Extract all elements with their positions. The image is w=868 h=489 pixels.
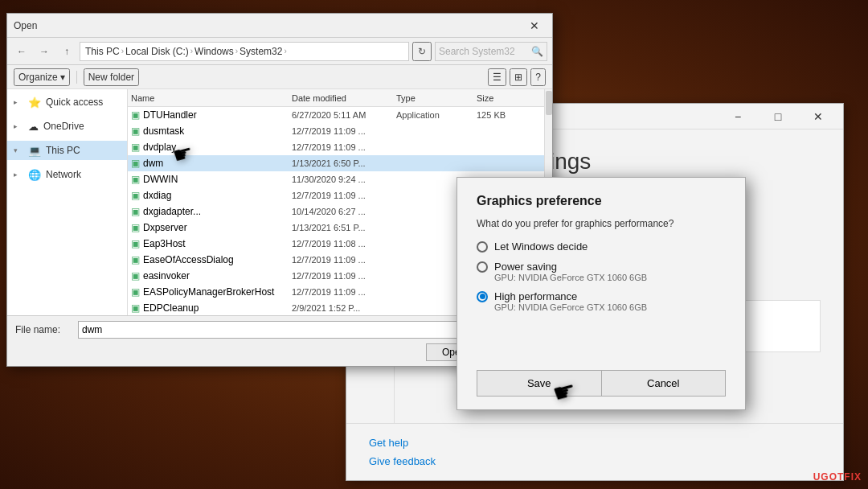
dialog-toolbar2: Organize ▾ New folder ☰ ⊞ ?: [7, 65, 552, 89]
settings-footer: Get help Give feedback: [346, 423, 843, 480]
pref-buttons: Save Cancel: [477, 370, 726, 397]
search-box[interactable]: Search System32 🔍: [435, 42, 547, 61]
file-date: 2/9/2021 1:52 P...: [292, 303, 396, 313]
organize-chevron-icon: ▾: [60, 72, 65, 83]
file-type-icon: ▣: [131, 254, 140, 265]
file-date: 12/7/2019 11:09 ...: [292, 255, 396, 265]
column-type[interactable]: Type: [396, 93, 477, 103]
settings-maximize-button[interactable]: □: [760, 104, 796, 129]
file-name: ▣ dusmtask: [131, 125, 292, 137]
file-row[interactable]: ▣ dvdplay 12/7/2019 11:09 ...: [128, 139, 544, 155]
file-type-icon: ▣: [131, 238, 140, 249]
nav-panel: ▸ ⭐ Quick access ▸ ☁ OneDrive ▾ 💻 This P…: [7, 89, 128, 315]
file-name: ▣ dxgiadapter...: [131, 206, 292, 217]
pref-question: What do you prefer for graphics performa…: [477, 218, 726, 229]
file-type-icon: ▣: [131, 286, 140, 298]
file-type-icon: ▣: [131, 109, 140, 121]
file-date: 10/14/2020 6:27 ...: [292, 207, 396, 216]
breadcrumb-thispc: This PC: [85, 46, 120, 57]
file-type-icon: ▣: [131, 142, 140, 153]
nav-item-quickaccess[interactable]: ▸ ⭐ Quick access: [7, 92, 127, 112]
file-row[interactable]: ▣ dwm 1/13/2021 6:50 P...: [128, 155, 544, 171]
dialog-close-button[interactable]: ✕: [523, 14, 546, 37]
breadcrumb-windows: Windows: [194, 46, 234, 57]
file-size: 125 KB: [477, 110, 525, 120]
pref-cancel-button[interactable]: Cancel: [601, 371, 726, 396]
pref-label-windows: Let Windows decide: [494, 240, 588, 253]
settings-titlebar-controls: − □ ✕: [719, 104, 837, 129]
back-button[interactable]: ←: [12, 42, 31, 61]
file-date: 12/7/2019 11:09 ...: [292, 126, 396, 136]
pref-dialog: Graphics preference What do you prefer f…: [457, 177, 746, 410]
help-button[interactable]: ?: [530, 68, 546, 86]
file-name: ▣ Dxpserver: [131, 222, 292, 233]
breadcrumb-localdisk: Local Disk (C:): [125, 46, 189, 57]
radio-power-saving[interactable]: [477, 261, 488, 273]
file-name: ▣ DTUHandler: [131, 109, 292, 121]
file-header: Name Date modified Type Size: [128, 89, 544, 107]
forward-button[interactable]: →: [35, 42, 54, 61]
filename-label: File name:: [15, 324, 72, 335]
give-feedback-link[interactable]: Give feedback: [369, 455, 821, 467]
file-name: ▣ dvdplay: [131, 142, 292, 153]
new-folder-button[interactable]: New folder: [84, 68, 139, 86]
watermark-got: GOT: [821, 471, 844, 483]
file-name: ▣ dwm: [131, 158, 292, 169]
radio-high-performance[interactable]: [477, 291, 488, 302]
pref-option-powersaving: Power saving GPU: NVIDIA GeForce GTX 106…: [477, 261, 726, 282]
file-type-icon: ▣: [131, 270, 140, 281]
scrollbar-thumb: [546, 91, 552, 115]
organize-button[interactable]: Organize ▾: [14, 68, 70, 86]
file-date: 12/7/2019 11:09 ...: [292, 191, 396, 200]
dialog-title: Open: [14, 20, 37, 31]
file-row[interactable]: ▣ DTUHandler 6/27/2020 5:11 AM Applicati…: [128, 107, 544, 123]
file-type-icon: ▣: [131, 302, 140, 314]
pref-option-highperf: High performance GPU: NVIDIA GeForce GTX…: [477, 290, 726, 312]
pref-label-highperf: High performance: [494, 290, 577, 302]
file-type-icon: ▣: [131, 125, 140, 137]
file-name: ▣ easinvoker: [131, 270, 292, 281]
file-row[interactable]: ▣ dusmtask 12/7/2019 11:09 ...: [128, 123, 544, 139]
nav-item-thispc[interactable]: ▾ 💻 This PC: [7, 141, 127, 160]
pref-sub-powersaving: GPU: NVIDIA GeForce GTX 1060 6GB: [494, 273, 726, 282]
file-date: 1/13/2021 6:50 P...: [292, 158, 396, 168]
file-type-icon: ▣: [131, 206, 140, 217]
pref-label-powersaving: Power saving: [494, 261, 557, 273]
address-bar[interactable]: This PC › Local Disk (C:) › Windows › Sy…: [80, 42, 409, 61]
file-type-icon: ▣: [131, 174, 140, 185]
radio-windows-decide[interactable]: [477, 241, 488, 253]
nav-item-network[interactable]: ▸ 🌐 Network: [7, 165, 127, 184]
file-type-icon: ▣: [131, 190, 140, 201]
file-date: 1/13/2021 6:51 P...: [292, 223, 396, 232]
search-placeholder: Search System32: [439, 46, 515, 57]
view-list-button[interactable]: ☰: [488, 68, 506, 86]
file-date: 12/7/2019 11:08 ...: [292, 239, 396, 249]
file-date: 11/30/2020 9:24 ...: [292, 175, 396, 184]
search-icon: 🔍: [531, 46, 543, 57]
radio-dot: [480, 294, 485, 299]
column-name[interactable]: Name: [131, 93, 292, 103]
file-date: 12/7/2019 11:09 ...: [292, 271, 396, 281]
file-name: ▣ EaseOfAccessDialog: [131, 254, 292, 265]
up-button[interactable]: ↑: [57, 42, 76, 61]
get-help-link[interactable]: Get help: [369, 437, 821, 449]
file-name: ▣ dxdiag: [131, 190, 292, 201]
view-grid-button[interactable]: ⊞: [510, 68, 527, 86]
file-name: ▣ EDPCleanup: [131, 302, 292, 314]
column-date[interactable]: Date modified: [292, 93, 396, 103]
file-type: Application: [396, 110, 477, 120]
file-name: ▣ Eap3Host: [131, 238, 292, 249]
settings-minimize-button[interactable]: −: [719, 104, 756, 129]
dialog-toolbar: ← → ↑ This PC › Local Disk (C:) › Window…: [7, 38, 552, 65]
column-size[interactable]: Size: [477, 93, 525, 103]
breadcrumb: This PC › Local Disk (C:) › Windows › Sy…: [85, 46, 287, 57]
pref-dialog-title: Graphics preference: [477, 194, 726, 208]
settings-close-button[interactable]: ✕: [800, 104, 837, 129]
nav-item-onedrive[interactable]: ▸ ☁ OneDrive: [7, 117, 127, 136]
file-type-icon: ▣: [131, 222, 140, 233]
watermark-u: U: [813, 471, 821, 483]
pref-sub-highperf: GPU: NVIDIA GeForce GTX 1060 6GB: [494, 302, 726, 312]
pref-save-button[interactable]: Save: [477, 371, 601, 396]
refresh-button[interactable]: ↻: [412, 42, 432, 61]
watermark-fix: FIX: [844, 471, 862, 483]
